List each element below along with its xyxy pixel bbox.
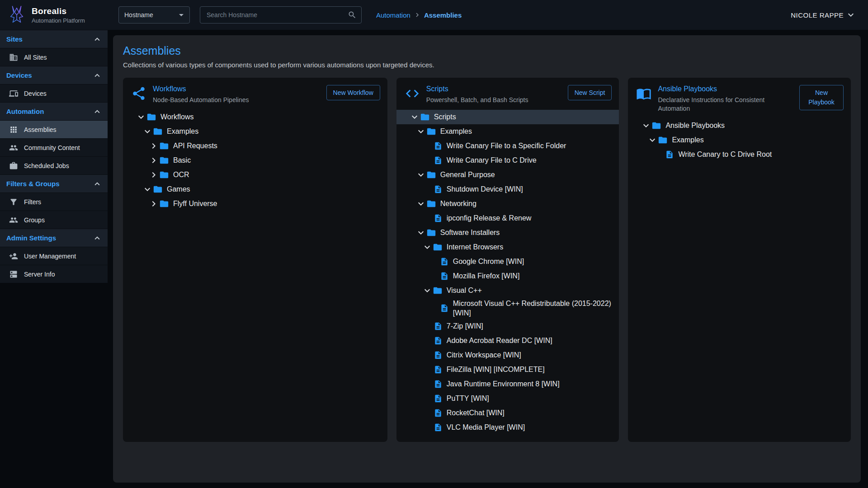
tree-file-mozilla-firefox-win[interactable]: Mozilla Firefox [WIN] (396, 269, 619, 283)
sidebar-item-label: Groups (24, 216, 45, 224)
page-subtitle: Collections of various types of componen… (123, 61, 851, 69)
chevron-down-icon[interactable] (422, 242, 433, 253)
tree-item-label: Visual C++ (447, 286, 482, 296)
expander-spacer (422, 393, 433, 404)
chevron-down-icon[interactable] (415, 198, 426, 209)
sidebar-item-label: User Management (24, 253, 76, 260)
new-script-button[interactable]: New Script (568, 85, 612, 100)
chevron-down-icon[interactable] (409, 112, 420, 122)
chevron-down-icon[interactable] (647, 135, 658, 145)
breadcrumb-automation[interactable]: Automation (376, 11, 410, 19)
tree-file-adobe-acrobat-reader-dc-win[interactable]: Adobe Acrobat Reader DC [WIN] (396, 333, 619, 348)
tree-file-shutdown-device-win[interactable]: Shutdown Device [WIN] (396, 182, 619, 197)
user-management-icon (9, 252, 18, 261)
sidebar-item-label: Server Info (24, 271, 55, 278)
tree-folder-flyff-universe[interactable]: Flyff Universe (123, 197, 387, 211)
tree-folder-api-requests[interactable]: API Requests (123, 139, 387, 153)
sidebar-section-devices[interactable]: Devices (0, 66, 108, 84)
sidebar-item-server-info[interactable]: Server Info (0, 265, 108, 283)
tree-folder-examples[interactable]: Examples (628, 133, 851, 147)
brand-subtitle: Automation Platform (32, 17, 85, 24)
user-menu[interactable]: NICOLE RAPPE (791, 9, 856, 20)
tree-folder-software-installers[interactable]: Software Installers (396, 225, 619, 240)
search-hostname-input[interactable] (206, 11, 348, 19)
folder-icon (159, 170, 169, 180)
brand-text: Borealis Automation Platform (32, 6, 85, 24)
tree-folder-basic[interactable]: Basic (123, 153, 387, 168)
new-workflow-button[interactable]: New Workflow (326, 85, 380, 100)
sidebar-item-scheduled-jobs[interactable]: Scheduled Jobs (0, 156, 108, 174)
sidebar-item-filters[interactable]: Filters (0, 192, 108, 211)
tree-folder-games[interactable]: Games (123, 182, 387, 197)
tree-file-java-runtime-environment-8-win[interactable]: Java Runtime Environment 8 [WIN] (396, 377, 619, 391)
tree-file-citrix-workspace-win[interactable]: Citrix Workspace [WIN] (396, 348, 619, 362)
tree-item-label: Google Chrome [WIN] (453, 257, 524, 267)
sidebar: SitesAll SitesDevicesDevicesAutomationAs… (0, 30, 108, 283)
tree-folder-ansible-playbooks[interactable]: Ansible Playbooks (628, 118, 851, 133)
chevron-down-icon[interactable] (415, 169, 426, 180)
chevron-down-icon[interactable] (422, 285, 433, 296)
groups-icon (9, 216, 18, 225)
tree-folder-visual-c[interactable]: Visual C++ (396, 283, 619, 298)
chevron-down-icon[interactable] (641, 120, 651, 131)
tree-folder-workflows[interactable]: Workflows (123, 110, 387, 124)
folder-icon (420, 112, 430, 122)
chevron-right-icon[interactable] (148, 141, 159, 151)
sidebar-section-automation[interactable]: Automation (0, 102, 108, 120)
workflows-card: Workflows Node-Based Automation Pipeline… (123, 78, 387, 442)
sidebar-item-devices[interactable]: Devices (0, 84, 108, 102)
chevron-down-icon[interactable] (415, 126, 426, 137)
chevron-down-icon[interactable] (142, 126, 153, 137)
tree-folder-examples[interactable]: Examples (396, 124, 619, 139)
sidebar-item-assemblies[interactable]: Assemblies (0, 120, 108, 138)
tree-file-ipconfig-release-renew[interactable]: ipconfig Release & Renew (396, 211, 619, 225)
tree-item-label: Scripts (434, 112, 456, 122)
tree-file-google-chrome-win[interactable]: Google Chrome [WIN] (396, 254, 619, 269)
tree-file-write-canary-file-to-a-specific-folder[interactable]: Write Canary File to a Specific Folder (396, 139, 619, 153)
tree-folder-scripts[interactable]: Scripts (396, 110, 619, 124)
hostname-select[interactable]: Hostname (118, 6, 190, 23)
sidebar-section-filters-groups[interactable]: Filters & Groups (0, 174, 108, 192)
breadcrumb-assemblies[interactable]: Assemblies (424, 11, 462, 19)
sidebar-section-sites[interactable]: Sites (0, 30, 108, 48)
tree-file-filezilla-win-incomplete[interactable]: FileZilla [WIN] [INCOMPLETE] (396, 362, 619, 377)
community-content-icon (9, 143, 18, 152)
chevron-down-icon[interactable] (142, 184, 153, 195)
ansible-playbooks-card-subtitle: Declarative Instructions for Consistent … (658, 96, 780, 113)
tree-file-vlc-media-player-win[interactable]: VLC Media Player [WIN] (396, 420, 619, 435)
tree-file-write-canary-to-c-drive-root[interactable]: Write Canary to C Drive Root (628, 147, 851, 162)
chevron-down-icon[interactable] (136, 112, 146, 122)
folder-icon (433, 242, 443, 252)
tree-file-microsoft-visual-c-redistributable-2015-2022-win[interactable]: Microsoft Visual C++ Redistributable (20… (396, 298, 619, 319)
sidebar-section-admin-settings[interactable]: Admin Settings (0, 229, 108, 247)
tree-item-label: 7-Zip [WIN] (447, 321, 483, 331)
chevron-up-icon (92, 34, 102, 44)
chevron-up-icon (92, 107, 102, 117)
tree-folder-general-purpose[interactable]: General Purpose (396, 168, 619, 182)
file-icon (434, 185, 443, 194)
new-playbook-button[interactable]: New Playbook (799, 85, 844, 110)
tree-folder-networking[interactable]: Networking (396, 197, 619, 211)
chevron-right-icon[interactable] (148, 169, 159, 180)
chevron-right-icon[interactable] (148, 155, 159, 166)
file-icon (665, 150, 674, 159)
tree-file-rocketchat-win[interactable]: RocketChat [WIN] (396, 406, 619, 420)
tree-file-7-zip-win[interactable]: 7-Zip [WIN] (396, 319, 619, 333)
tree-file-putty-win[interactable]: PuTTY [WIN] (396, 391, 619, 406)
sidebar-item-label: All Sites (24, 54, 47, 61)
chevron-right-icon[interactable] (148, 198, 159, 209)
topbar: Borealis Automation Platform Hostname Au… (0, 0, 868, 30)
chevron-up-icon (92, 179, 102, 189)
sidebar-item-community-content[interactable]: Community Content (0, 138, 108, 156)
tree-folder-examples[interactable]: Examples (123, 124, 387, 139)
chevron-down-icon[interactable] (415, 227, 426, 238)
tree-item-label: Games (167, 184, 190, 194)
tree-file-write-canary-file-to-c-drive[interactable]: Write Canary File to C Drive (396, 153, 619, 168)
search-hostname-box[interactable] (200, 6, 362, 23)
sidebar-item-user-management[interactable]: User Management (0, 247, 108, 265)
tree-folder-ocr[interactable]: OCR (123, 168, 387, 182)
hostname-select-value: Hostname (124, 11, 153, 19)
sidebar-item-groups[interactable]: Groups (0, 211, 108, 229)
sidebar-item-all-sites[interactable]: All Sites (0, 48, 108, 66)
tree-folder-internet-browsers[interactable]: Internet Browsers (396, 240, 619, 254)
